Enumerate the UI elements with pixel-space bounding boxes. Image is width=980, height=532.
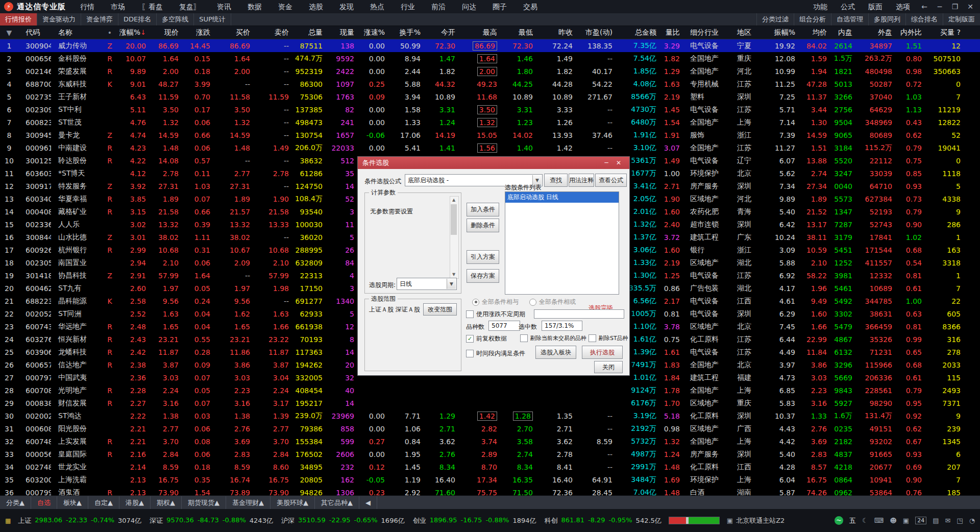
toolbar-tool-4[interactable]: 综合排名 bbox=[905, 13, 943, 26]
bottom-tab-7[interactable]: 基金理财▲ bbox=[226, 496, 271, 509]
wave-icon[interactable]: 〜 bbox=[835, 516, 843, 525]
close-icon[interactable]: ✕ bbox=[963, 0, 978, 13]
stock-row-688700[interactable]: 4688700东威科技K9.0148.273.99----8630010970.… bbox=[0, 78, 980, 90]
menu-item-12[interactable]: 问达 bbox=[454, 0, 484, 13]
col-header-pct-chg[interactable]: 涨幅%↓ bbox=[117, 26, 149, 39]
clock-icon[interactable]: ◔ bbox=[969, 517, 975, 524]
col-header-speed[interactable]: 涨速% bbox=[357, 26, 388, 39]
stock-row-002002[interactable]: 30002002ST鸿达2.221.380.031.381.39239.0万23… bbox=[0, 409, 980, 422]
add-condition-button[interactable]: 加入条件 bbox=[467, 203, 499, 216]
stock-row-000056[interactable]: 33000056皇庭国际R2.162.840.062.832.841765022… bbox=[0, 448, 980, 461]
toolbar-tab-5[interactable]: SUP统计 bbox=[194, 13, 231, 26]
col-header-amplitude[interactable]: 振幅% bbox=[758, 26, 798, 39]
bottom-tab-6[interactable]: 期货现货▲ bbox=[182, 496, 226, 509]
col-header-industry[interactable]: 细分行业 bbox=[683, 26, 730, 39]
stock-row-600823[interactable]: 7600823ST世茂4.761.320.061.32--4984732410.… bbox=[0, 116, 980, 129]
menu-item-14[interactable]: 交易 bbox=[515, 0, 546, 13]
col-header-code[interactable]: 代码 bbox=[18, 26, 51, 39]
menu-item-7[interactable]: 选股 bbox=[301, 0, 331, 13]
alert-icon[interactable]: ▦ bbox=[5, 517, 11, 524]
bottom-tab-0[interactable]: 分类▲ bbox=[0, 496, 31, 509]
toolbar-tool-5[interactable]: 定制版面 bbox=[943, 13, 980, 26]
checkbox-forward-adjusted[interactable]: ✓前复权数据 bbox=[466, 334, 507, 343]
index-quote-上证[interactable]: 上证2983.06-22.33-0.74%3074亿 bbox=[18, 516, 141, 525]
menu-item-5[interactable]: 数据 bbox=[239, 0, 270, 13]
condition-listbox[interactable]: 底部启动选股 日线 bbox=[505, 191, 619, 295]
stock-row-000838[interactable]: 29000838财信发展R2.273.160.073.163.171952171… bbox=[0, 397, 980, 409]
col-header-turnover[interactable]: 换手% bbox=[388, 26, 424, 39]
monitor-icon[interactable]: ▣ bbox=[903, 517, 909, 524]
scroll-down-icon[interactable]: ▼ bbox=[450, 271, 457, 278]
bottom-tab-2[interactable]: 板块▲ bbox=[57, 496, 88, 509]
stock-row-000961[interactable]: 9000961中南建设R4.231.480.061.481.49206.0万22… bbox=[0, 141, 980, 154]
scroll-up-icon[interactable]: ▲ bbox=[450, 197, 457, 204]
stock-row-002146[interactable]: 3002146荣盛发展R9.892.000.182.00--9523192422… bbox=[0, 65, 980, 78]
bottom-tab-10[interactable]: ◀ bbox=[359, 496, 377, 509]
toolbar-tab-4[interactable]: 多空阵线 bbox=[157, 13, 194, 26]
stock-row-002309[interactable]: 6002309ST中利5.113.500.173.50--137385820.0… bbox=[0, 103, 980, 116]
menu-item-6[interactable]: 资金 bbox=[270, 0, 301, 13]
checkbox-skip-st[interactable]: 剔除ST品种 bbox=[589, 334, 628, 342]
updown-period-field[interactable] bbox=[534, 309, 624, 319]
col-header-spacer[interactable] bbox=[964, 26, 980, 39]
toolbar-tool-3[interactable]: 多股同列 bbox=[868, 13, 905, 26]
radio-all-and[interactable]: 全部条件相与 bbox=[472, 298, 519, 306]
toolbar-tool-0[interactable]: 分类过滤 bbox=[756, 13, 794, 26]
dialog-close-icon[interactable]: ✕ bbox=[612, 159, 625, 166]
col-header-avg-price[interactable]: 均价 bbox=[798, 26, 830, 39]
remove-condition-button[interactable]: 删除条件 bbox=[467, 219, 499, 232]
col-header-amount[interactable]: 总金额 bbox=[616, 26, 659, 39]
col-header-prev-close[interactable]: 昨收 bbox=[536, 26, 576, 39]
menu-item-2[interactable]: 〖看盘 bbox=[133, 0, 171, 13]
server-status[interactable]: ▣ 北京联通主站Z2 bbox=[727, 516, 785, 525]
menu-item-13[interactable]: 圈子 bbox=[484, 0, 515, 13]
col-header-vol-ratio[interactable]: 量比 bbox=[659, 26, 683, 39]
index-quote-科创[interactable]: 科创861.81-8.29-0.95%542.5亿 bbox=[544, 516, 661, 525]
stock-row-300904[interactable]: 1300904威力传动Z20.0086.6914.4586.69--875111… bbox=[0, 39, 980, 53]
toolbar-tab-1[interactable]: 资金驱动力 bbox=[37, 13, 81, 26]
col-header-inner-vol[interactable]: 内盘 bbox=[830, 26, 855, 39]
period-combo[interactable]: 日线 ▼ bbox=[397, 278, 457, 290]
lan-speed-badge[interactable]: 24 bbox=[915, 517, 926, 524]
checkbox-time-range[interactable]: 时间段内满足条件 bbox=[466, 349, 525, 358]
close-button[interactable]: 关闭 bbox=[594, 361, 623, 373]
menu-item-0[interactable]: 行情 bbox=[72, 0, 103, 13]
col-header-high[interactable]: 最高 bbox=[458, 26, 500, 39]
user-icon[interactable]: ☻ bbox=[890, 517, 897, 524]
scrollbar-thumb[interactable] bbox=[451, 204, 457, 235]
col-header-price[interactable]: 现价 bbox=[149, 26, 182, 39]
menu-item-10[interactable]: 行业 bbox=[393, 0, 423, 13]
col-header-cur-vol[interactable]: 现量 bbox=[326, 26, 357, 39]
stock-row-002735[interactable]: 5002735王子新材6.4311.590.7011.5811.59753061… bbox=[0, 90, 980, 103]
menu-right-item-3[interactable]: 选项 bbox=[889, 0, 917, 13]
col-header-in-out-ratio[interactable]: 内外比 bbox=[895, 26, 925, 39]
radio-all-or[interactable]: 全部条件相或 bbox=[529, 298, 576, 306]
stock-row-000799[interactable]: 36000799酒鬼酒R2.1373.901.5473.8973.9094826… bbox=[0, 486, 980, 495]
pick-to-block-button[interactable]: 选股入板块 bbox=[535, 346, 576, 359]
toolbar-tool-2[interactable]: 自选管理 bbox=[831, 13, 868, 26]
keyboard-icon[interactable]: ⌨ bbox=[874, 517, 884, 524]
import-plan-button[interactable]: 引入方案 bbox=[467, 250, 499, 264]
find-button[interactable]: 查找 bbox=[544, 174, 568, 187]
condition-list-item-selected[interactable]: 底部启动选股 日线 bbox=[505, 192, 619, 203]
col-header-outer-vol[interactable]: 外盘 bbox=[855, 26, 895, 39]
message-icon[interactable]: ✉ bbox=[945, 517, 950, 524]
col-header-name[interactable]: 名称 bbox=[51, 26, 102, 39]
stock-row-002748[interactable]: 34002748世龙实业2.148.590.188.598.6034895232… bbox=[0, 461, 980, 473]
restore-icon[interactable]: ❐ bbox=[947, 0, 963, 13]
usage-note-button[interactable]: 用法注释 bbox=[569, 174, 594, 187]
bottom-tab-5[interactable]: 期权▲ bbox=[151, 496, 182, 509]
bottom-tab-9[interactable]: 其它品种▲ bbox=[315, 496, 359, 509]
menu-right-item-2[interactable]: 版面 bbox=[862, 0, 889, 13]
index-quote-沪深[interactable]: 沪深3510.59-22.95-0.65%1696亿 bbox=[281, 516, 405, 525]
menu-item-4[interactable]: 资讯 bbox=[209, 0, 239, 13]
wuxing-badge[interactable]: 五 bbox=[849, 516, 856, 525]
stock-row-000608[interactable]: 31000608阳光股份2.212.770.062.762.7779386858… bbox=[0, 422, 980, 435]
menu-right-item-1[interactable]: 公式 bbox=[834, 0, 862, 13]
col-header-seq[interactable]: ▼ bbox=[0, 26, 18, 39]
window-icon[interactable]: ◳ bbox=[957, 517, 963, 524]
run-pick-button[interactable]: 执行选股 bbox=[582, 346, 623, 359]
checkbox-updown-period[interactable]: 使用涨跌不定周期 bbox=[466, 310, 525, 319]
bottom-tab-8[interactable]: 美股环球▲ bbox=[271, 496, 315, 509]
col-header-region[interactable]: 地区 bbox=[730, 26, 758, 39]
